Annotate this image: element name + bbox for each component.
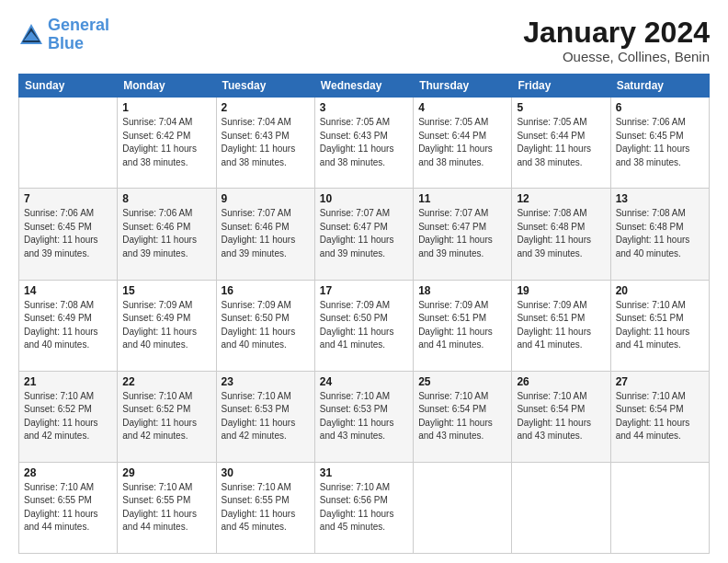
day-detail: Sunrise: 7:07 AM Sunset: 6:46 PM Dayligh… (222, 207, 310, 260)
day-detail: Sunrise: 7:04 AM Sunset: 6:42 PM Dayligh… (122, 116, 210, 169)
sunset-text: Sunset: 6:52 PM (24, 404, 92, 414)
logo: General Blue (18, 17, 109, 53)
day-number: 29 (122, 466, 210, 479)
table-row: 2 Sunrise: 7:04 AM Sunset: 6:43 PM Dayli… (216, 98, 314, 189)
daylight-text: Daylight: 11 hours and 41 minutes. (517, 327, 591, 350)
table-row: 24 Sunrise: 7:10 AM Sunset: 6:53 PM Dayl… (314, 371, 413, 462)
title-block: January 2024 Ouesse, Collines, Benin (523, 17, 710, 64)
table-row: 23 Sunrise: 7:10 AM Sunset: 6:53 PM Dayl… (216, 371, 314, 462)
day-number: 25 (418, 375, 506, 388)
sunrise-text: Sunrise: 7:10 AM (24, 391, 94, 401)
sunset-text: Sunset: 6:54 PM (616, 404, 684, 414)
daylight-text: Daylight: 11 hours and 41 minutes. (418, 327, 493, 350)
day-detail: Sunrise: 7:10 AM Sunset: 6:53 PM Dayligh… (222, 390, 310, 443)
day-number: 6 (616, 101, 704, 114)
sunrise-text: Sunrise: 7:05 AM (320, 117, 390, 127)
sunrise-text: Sunrise: 7:10 AM (222, 482, 291, 492)
day-number: 16 (222, 284, 310, 297)
daylight-text: Daylight: 11 hours and 38 minutes. (616, 144, 690, 167)
sunrise-text: Sunrise: 7:09 AM (418, 300, 488, 310)
sunset-text: Sunset: 6:46 PM (222, 222, 290, 232)
sunset-text: Sunset: 6:55 PM (122, 495, 190, 505)
table-row: 13 Sunrise: 7:08 AM Sunset: 6:48 PM Dayl… (610, 189, 709, 280)
day-detail: Sunrise: 7:10 AM Sunset: 6:52 PM Dayligh… (24, 390, 112, 443)
sunrise-text: Sunrise: 7:10 AM (222, 391, 291, 401)
col-monday: Monday (118, 75, 216, 98)
table-row: 7 Sunrise: 7:06 AM Sunset: 6:45 PM Dayli… (19, 189, 118, 280)
daylight-text: Daylight: 11 hours and 44 minutes. (24, 509, 98, 533)
sunrise-text: Sunrise: 7:07 AM (418, 208, 488, 218)
sunrise-text: Sunrise: 7:09 AM (517, 300, 586, 310)
day-number: 30 (222, 466, 310, 479)
day-detail: Sunrise: 7:08 AM Sunset: 6:49 PM Dayligh… (24, 299, 112, 352)
col-wednesday: Wednesday (314, 75, 413, 98)
sunset-text: Sunset: 6:46 PM (122, 222, 190, 232)
sunrise-text: Sunrise: 7:05 AM (517, 117, 586, 127)
sunrise-text: Sunrise: 7:06 AM (122, 208, 192, 218)
table-row: 26 Sunrise: 7:10 AM Sunset: 6:54 PM Dayl… (512, 371, 610, 462)
day-number: 12 (517, 192, 605, 205)
table-row: 21 Sunrise: 7:10 AM Sunset: 6:52 PM Dayl… (19, 371, 118, 462)
day-number: 10 (320, 192, 408, 205)
sunrise-text: Sunrise: 7:08 AM (24, 300, 94, 310)
sunrise-text: Sunrise: 7:04 AM (122, 117, 192, 127)
sunset-text: Sunset: 6:43 PM (222, 131, 290, 141)
table-row: 22 Sunrise: 7:10 AM Sunset: 6:52 PM Dayl… (118, 371, 216, 462)
day-detail: Sunrise: 7:10 AM Sunset: 6:55 PM Dayligh… (122, 481, 210, 534)
day-detail: Sunrise: 7:09 AM Sunset: 6:50 PM Dayligh… (222, 299, 310, 352)
day-number: 18 (418, 284, 506, 297)
sunrise-text: Sunrise: 7:10 AM (24, 482, 94, 492)
table-row: 20 Sunrise: 7:10 AM Sunset: 6:51 PM Dayl… (610, 280, 709, 371)
daylight-text: Daylight: 11 hours and 45 minutes. (222, 509, 296, 533)
sunset-text: Sunset: 6:55 PM (24, 495, 92, 505)
sunset-text: Sunset: 6:52 PM (122, 404, 190, 414)
table-row: 4 Sunrise: 7:05 AM Sunset: 6:44 PM Dayli… (414, 98, 512, 189)
day-detail: Sunrise: 7:10 AM Sunset: 6:54 PM Dayligh… (418, 390, 506, 443)
daylight-text: Daylight: 11 hours and 43 minutes. (418, 418, 493, 442)
sunrise-text: Sunrise: 7:10 AM (122, 482, 192, 492)
day-number: 7 (24, 192, 112, 205)
table-row (512, 462, 610, 553)
day-number: 1 (122, 101, 210, 114)
day-number: 15 (122, 284, 210, 297)
calendar-header-row: Sunday Monday Tuesday Wednesday Thursday… (19, 75, 710, 98)
daylight-text: Daylight: 11 hours and 40 minutes. (616, 235, 690, 259)
calendar-table: Sunday Monday Tuesday Wednesday Thursday… (18, 74, 710, 554)
sunset-text: Sunset: 6:42 PM (122, 131, 190, 141)
day-detail: Sunrise: 7:06 AM Sunset: 6:46 PM Dayligh… (122, 207, 210, 260)
day-detail: Sunrise: 7:10 AM Sunset: 6:51 PM Dayligh… (616, 299, 704, 352)
sunrise-text: Sunrise: 7:05 AM (418, 117, 488, 127)
day-detail: Sunrise: 7:08 AM Sunset: 6:48 PM Dayligh… (517, 207, 605, 260)
table-row: 10 Sunrise: 7:07 AM Sunset: 6:47 PM Dayl… (314, 189, 413, 280)
calendar-week-row: 7 Sunrise: 7:06 AM Sunset: 6:45 PM Dayli… (19, 189, 710, 280)
table-row: 18 Sunrise: 7:09 AM Sunset: 6:51 PM Dayl… (414, 280, 512, 371)
sunset-text: Sunset: 6:51 PM (517, 313, 585, 323)
daylight-text: Daylight: 11 hours and 40 minutes. (222, 327, 296, 350)
page: General Blue January 2024 Ouesse, Collin… (0, 0, 728, 563)
table-row: 27 Sunrise: 7:10 AM Sunset: 6:54 PM Dayl… (610, 371, 709, 462)
sunset-text: Sunset: 6:53 PM (222, 404, 290, 414)
day-detail: Sunrise: 7:10 AM Sunset: 6:54 PM Dayligh… (616, 390, 704, 443)
daylight-text: Daylight: 11 hours and 42 minutes. (122, 418, 197, 442)
sunrise-text: Sunrise: 7:10 AM (122, 391, 192, 401)
day-number: 11 (418, 192, 506, 205)
day-detail: Sunrise: 7:10 AM Sunset: 6:54 PM Dayligh… (517, 390, 605, 443)
table-row: 11 Sunrise: 7:07 AM Sunset: 6:47 PM Dayl… (414, 189, 512, 280)
table-row: 12 Sunrise: 7:08 AM Sunset: 6:48 PM Dayl… (512, 189, 610, 280)
page-title: January 2024 (523, 17, 710, 49)
calendar-week-row: 1 Sunrise: 7:04 AM Sunset: 6:42 PM Dayli… (19, 98, 710, 189)
day-number: 27 (616, 375, 704, 388)
daylight-text: Daylight: 11 hours and 44 minutes. (122, 509, 197, 533)
daylight-text: Daylight: 11 hours and 42 minutes. (222, 418, 296, 442)
day-number: 28 (24, 466, 112, 479)
daylight-text: Daylight: 11 hours and 38 minutes. (517, 144, 591, 167)
daylight-text: Daylight: 11 hours and 39 minutes. (418, 235, 493, 259)
sunrise-text: Sunrise: 7:04 AM (222, 117, 291, 127)
sunset-text: Sunset: 6:48 PM (517, 222, 585, 232)
sunset-text: Sunset: 6:49 PM (24, 313, 92, 323)
daylight-text: Daylight: 11 hours and 38 minutes. (320, 144, 394, 167)
table-row: 1 Sunrise: 7:04 AM Sunset: 6:42 PM Dayli… (118, 98, 216, 189)
sunrise-text: Sunrise: 7:07 AM (222, 208, 291, 218)
table-row: 3 Sunrise: 7:05 AM Sunset: 6:43 PM Dayli… (314, 98, 413, 189)
daylight-text: Daylight: 11 hours and 39 minutes. (222, 235, 296, 259)
